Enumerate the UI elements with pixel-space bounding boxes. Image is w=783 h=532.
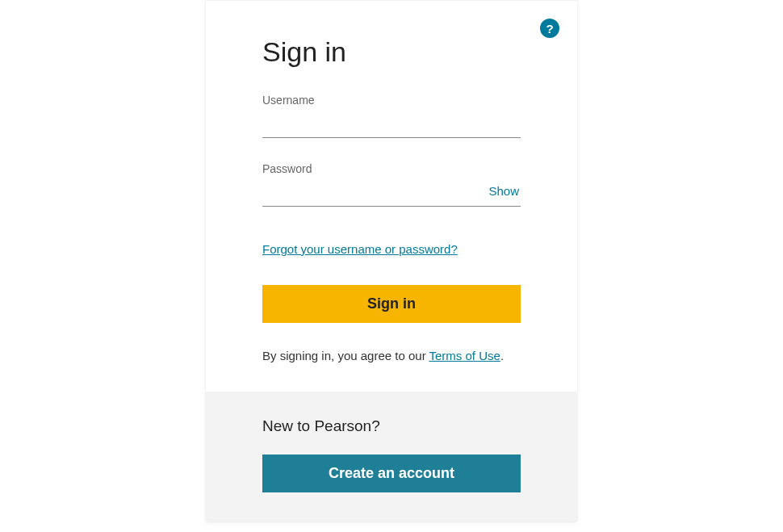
password-field: Password Show: [262, 162, 521, 207]
show-password-button[interactable]: Show: [480, 184, 521, 203]
terms-prefix: By signing in, you agree to our: [262, 349, 429, 362]
username-input[interactable]: [262, 111, 521, 137]
username-input-wrap: [262, 111, 521, 138]
signin-main-region: ? Sign in Username Password Show Forgot …: [206, 1, 577, 392]
username-label: Username: [262, 94, 521, 107]
password-input[interactable]: [262, 180, 480, 206]
page-title: Sign in: [262, 36, 521, 68]
help-icon-glyph: ?: [546, 22, 553, 36]
password-input-wrap: Show: [262, 180, 521, 207]
help-icon[interactable]: ?: [540, 19, 559, 38]
password-label: Password: [262, 162, 521, 175]
username-field: Username: [262, 94, 521, 138]
signup-region: New to Pearson? Create an account: [206, 392, 577, 522]
forgot-link[interactable]: Forgot your username or password?: [262, 242, 458, 256]
terms-text: By signing in, you agree to our Terms of…: [262, 349, 521, 362]
create-account-button[interactable]: Create an account: [262, 455, 521, 492]
signup-title: New to Pearson?: [262, 417, 521, 435]
signin-card: ? Sign in Username Password Show Forgot …: [206, 0, 577, 522]
terms-link[interactable]: Terms of Use: [429, 349, 500, 362]
signin-button[interactable]: Sign in: [262, 285, 521, 323]
terms-suffix: .: [500, 349, 504, 362]
